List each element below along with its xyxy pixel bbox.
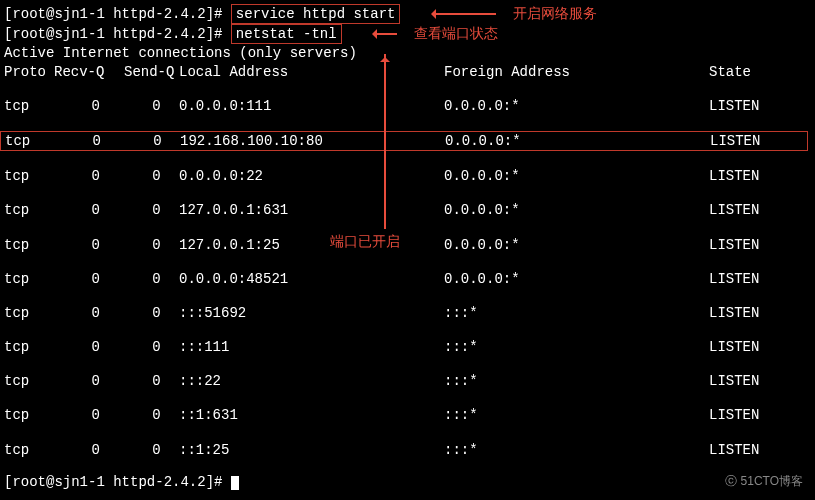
arrow-icon <box>367 28 397 40</box>
cell-proto: tcp <box>4 97 54 115</box>
header-local: Local Address <box>179 63 444 81</box>
cell-proto: tcp <box>4 167 54 185</box>
banner-text: Active Internet connections (only server… <box>4 44 811 62</box>
cell-local: 0.0.0.0:22 <box>179 167 444 185</box>
cell-foreign: 0.0.0.0:* <box>444 97 709 115</box>
table-row: tcp00 ::1:25:::*LISTEN <box>4 441 811 459</box>
cell-recvq: 0 <box>54 406 124 424</box>
cell-proto: tcp <box>5 132 55 150</box>
cell-local: 127.0.0.1:25 <box>179 236 444 254</box>
cell-sendq: 0 <box>124 167 179 185</box>
cell-state: LISTEN <box>709 441 811 459</box>
cell-proto: tcp <box>4 236 54 254</box>
annotation-center: 端口已开启 <box>330 232 400 250</box>
cell-local: :::22 <box>179 372 444 390</box>
cell-sendq: 0 <box>124 97 179 115</box>
cell-local: 0.0.0.0:48521 <box>179 270 444 288</box>
cell-local: 0.0.0.0:111 <box>179 97 444 115</box>
cell-sendq: 0 <box>124 270 179 288</box>
table-rows: tcp00 0.0.0.0:1110.0.0.0:*LISTENtcp00 19… <box>4 97 811 459</box>
table-row: tcp00 192.168.100.10:800.0.0.0:*LISTEN <box>0 131 808 151</box>
cell-sendq: 0 <box>124 201 179 219</box>
table-row: tcp00 :::51692:::*LISTEN <box>4 304 811 322</box>
cell-state: LISTEN <box>709 304 811 322</box>
cell-foreign: 0.0.0.0:* <box>444 167 709 185</box>
cell-proto: tcp <box>4 270 54 288</box>
table-row: tcp00 0.0.0.0:220.0.0.0:*LISTEN <box>4 167 811 185</box>
prompt-prefix: [root@sjn1-1 httpd-2.4.2]# <box>4 6 231 22</box>
cell-recvq: 0 <box>54 167 124 185</box>
cell-proto: tcp <box>4 338 54 356</box>
cell-foreign: :::* <box>444 372 709 390</box>
arrow-icon <box>426 8 496 20</box>
cell-foreign: 0.0.0.0:* <box>444 201 709 219</box>
prompt-prefix: [root@sjn1-1 httpd-2.4.2]# <box>4 474 231 490</box>
cell-sendq: 0 <box>124 338 179 356</box>
prompt-prefix: [root@sjn1-1 httpd-2.4.2]# <box>4 26 231 42</box>
cursor-icon <box>231 476 239 490</box>
cell-recvq: 0 <box>54 97 124 115</box>
cell-foreign: :::* <box>444 441 709 459</box>
header-recvq: Recv-Q <box>54 63 124 81</box>
cell-state: LISTEN <box>709 406 811 424</box>
cell-local: :::111 <box>179 338 444 356</box>
annotation-1: 开启网络服务 <box>513 5 597 21</box>
prompt-line-1: [root@sjn1-1 httpd-2.4.2]# service httpd… <box>4 4 811 24</box>
cell-foreign: 0.0.0.0:* <box>445 132 710 150</box>
cell-proto: tcp <box>4 201 54 219</box>
cell-sendq: 0 <box>124 304 179 322</box>
watermark: ⓒ 51CTO博客 <box>725 474 803 490</box>
cell-state: LISTEN <box>709 167 811 185</box>
command-boxed-1: service httpd start <box>231 4 401 24</box>
annotation-2: 查看端口状态 <box>414 25 498 41</box>
table-header: Proto Recv-Q Send-Q Local AddressForeign… <box>4 63 811 81</box>
header-sendq: Send-Q <box>124 63 179 81</box>
table-row: tcp00 127.0.0.1:250.0.0.0:*LISTEN <box>4 236 811 254</box>
cell-state: LISTEN <box>709 97 811 115</box>
cell-state: LISTEN <box>709 270 811 288</box>
prompt-line-2: [root@sjn1-1 httpd-2.4.2]# netstat -tnl … <box>4 24 811 44</box>
cell-state: LISTEN <box>709 236 811 254</box>
cell-local: 127.0.0.1:631 <box>179 201 444 219</box>
cell-proto: tcp <box>4 441 54 459</box>
cell-state: LISTEN <box>709 372 811 390</box>
cell-state: LISTEN <box>710 132 807 150</box>
table-row: tcp00 0.0.0.0:485210.0.0.0:*LISTEN <box>4 270 811 288</box>
cell-recvq: 0 <box>54 236 124 254</box>
cell-proto: tcp <box>4 304 54 322</box>
cell-foreign: 0.0.0.0:* <box>444 236 709 254</box>
cell-recvq: 0 <box>54 441 124 459</box>
cell-recvq: 0 <box>54 270 124 288</box>
table-row: tcp00 127.0.0.1:6310.0.0.0:*LISTEN <box>4 201 811 219</box>
cell-recvq: 0 <box>54 304 124 322</box>
cell-recvq: 0 <box>55 132 125 150</box>
cell-recvq: 0 <box>54 372 124 390</box>
cell-recvq: 0 <box>54 338 124 356</box>
prompt-line-3[interactable]: [root@sjn1-1 httpd-2.4.2]# <box>4 473 811 491</box>
cell-proto: tcp <box>4 406 54 424</box>
cell-foreign: 0.0.0.0:* <box>444 270 709 288</box>
cell-local: ::1:25 <box>179 441 444 459</box>
cell-foreign: :::* <box>444 304 709 322</box>
cell-foreign: :::* <box>444 406 709 424</box>
cell-sendq: 0 <box>124 441 179 459</box>
table-row: tcp00 :::22:::*LISTEN <box>4 372 811 390</box>
table-row: tcp00 ::1:631:::*LISTEN <box>4 406 811 424</box>
cell-recvq: 0 <box>54 201 124 219</box>
cell-foreign: :::* <box>444 338 709 356</box>
header-state: State <box>709 63 811 81</box>
cell-state: LISTEN <box>709 338 811 356</box>
cell-local: :::51692 <box>179 304 444 322</box>
cell-sendq: 0 <box>124 406 179 424</box>
cell-sendq: 0 <box>124 372 179 390</box>
cell-sendq: 0 <box>125 132 180 150</box>
cell-local: 192.168.100.10:80 <box>180 132 445 150</box>
cell-local: ::1:631 <box>179 406 444 424</box>
table-row: tcp00 0.0.0.0:1110.0.0.0:*LISTEN <box>4 97 811 115</box>
command-boxed-2: netstat -tnl <box>231 24 342 44</box>
table-row: tcp00 :::111:::*LISTEN <box>4 338 811 356</box>
header-proto: Proto <box>4 63 54 81</box>
vertical-arrow-icon <box>384 54 386 229</box>
cell-proto: tcp <box>4 372 54 390</box>
header-foreign: Foreign Address <box>444 63 709 81</box>
